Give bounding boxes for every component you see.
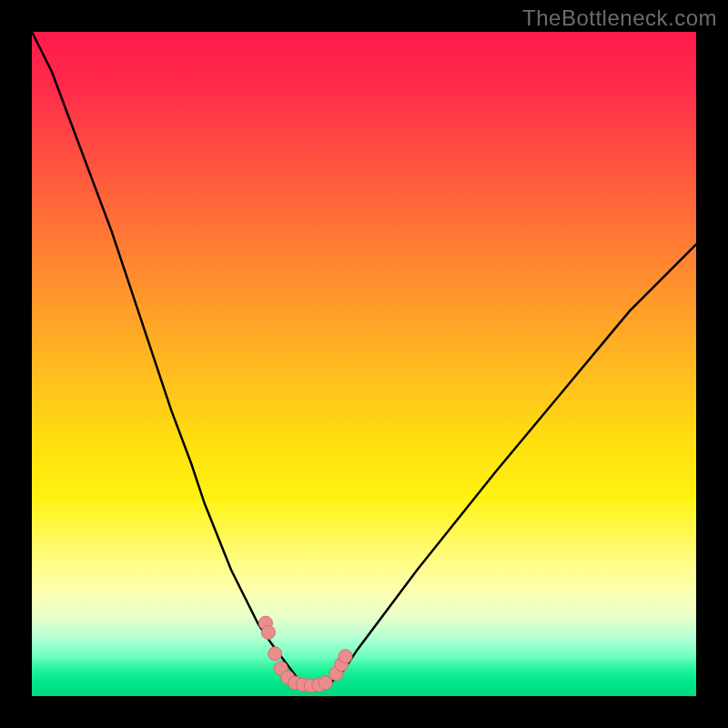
marker-layer: [258, 616, 352, 693]
watermark-text: TheBottleneck.com: [522, 5, 717, 31]
marker-point: [318, 676, 332, 690]
chart-frame: TheBottleneck.com: [0, 0, 728, 728]
series-left-curve: [32, 32, 301, 682]
marker-point: [268, 647, 282, 661]
series-right-curve: [331, 245, 697, 683]
marker-point: [339, 650, 352, 663]
curve-layer: [32, 32, 696, 686]
chart-svg: [32, 32, 696, 696]
marker-point: [261, 625, 275, 639]
plot-area: [32, 32, 696, 696]
